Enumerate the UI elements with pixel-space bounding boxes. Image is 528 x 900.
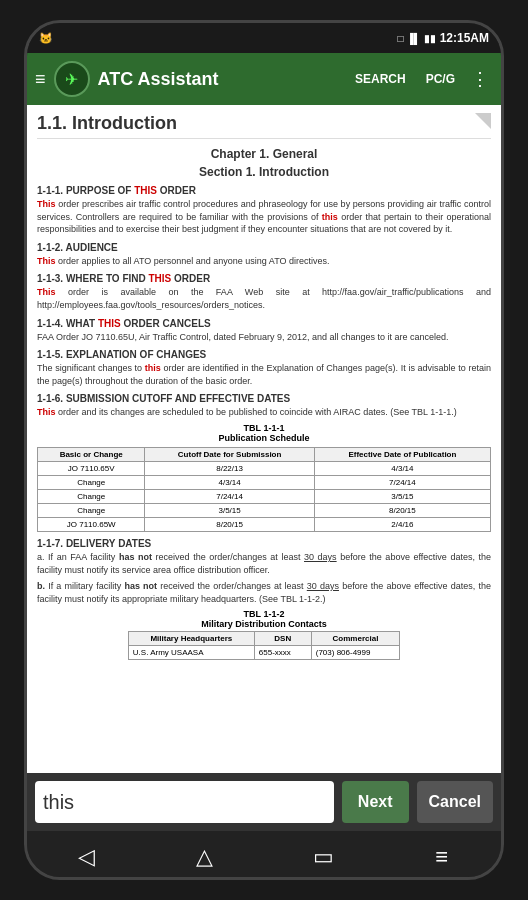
subsection-1-1-3-title: 1-1-3. WHERE TO FIND THIS ORDER (37, 273, 491, 284)
phone-frame: 🐱 □ ▐▌ ▮▮ 12:15AM ≡ ✈ ATC Assistant SEAR… (24, 20, 504, 880)
hamburger-menu-icon[interactable]: ≡ (35, 69, 46, 90)
section-title: 1.1. Introduction (37, 113, 491, 139)
publication-schedule-table: Basic or Change Cutoff Date for Submissi… (37, 447, 491, 532)
highlight-this-order: this (322, 212, 338, 222)
next-button[interactable]: Next (342, 781, 409, 823)
mil-col-commercial: Commercial (311, 632, 399, 646)
battery-icon: ▮▮ (424, 33, 436, 44)
home-button[interactable]: △ (175, 837, 235, 877)
highlight-this-1: THIS (134, 185, 157, 196)
subsection-1-1-4-title: 1-1-4. WHAT THIS ORDER CANCELS (37, 318, 491, 329)
pcg-button[interactable]: PC/G (418, 68, 463, 90)
app-title: ATC Assistant (98, 69, 339, 90)
highlight-this-4: This (37, 287, 56, 297)
subsection-1-1-1-body: This order prescribes air traffic contro… (37, 198, 491, 236)
wifi-icon: □ (397, 33, 403, 44)
search-button[interactable]: SEARCH (347, 68, 414, 90)
col-basic-change: Basic or Change (38, 447, 145, 461)
time-display: 12:15AM (440, 31, 489, 45)
highlight-this-3: THIS (149, 273, 172, 284)
table-row: Change 4/3/14 7/24/14 (38, 475, 491, 489)
app-logo: ✈ (54, 61, 90, 97)
toolbar: ≡ ✈ ATC Assistant SEARCH PC/G ⋮ (27, 53, 501, 105)
document-content: 1.1. Introduction Chapter 1. General Sec… (27, 105, 501, 773)
search-bar: Next Cancel (27, 773, 501, 831)
pub-table-title: TBL 1-1-1Publication Schedule (37, 423, 491, 443)
subsection-1-1-3-body: This order is available on the FAA Web s… (37, 286, 491, 311)
highlight-this-2: This (37, 256, 56, 266)
delivery-b-text: b. If a military facility has not receiv… (37, 580, 491, 605)
col-cutoff-date: Cutoff Date for Submission (145, 447, 314, 461)
mil-col-dsn: DSN (254, 632, 311, 646)
subsection-1-1-6-title: 1-1-6. SUBMISSION CUTOFF AND EFFECTIVE D… (37, 393, 491, 404)
subsection-1-1-6-body: This order and its changes are scheduled… (37, 406, 491, 419)
highlight-this-5: THIS (98, 318, 121, 329)
col-effective-date: Effective Date of Publication (314, 447, 490, 461)
mil-table-title: TBL 1-1-2Military Distribution Contacts (37, 609, 491, 629)
search-input[interactable] (43, 791, 326, 814)
table-row: Change 3/5/15 8/20/15 (38, 503, 491, 517)
signal-icon: ▐▌ (406, 33, 420, 44)
subsection-1-1-4-body: FAA Order JO 7110.65U, Air Traffic Contr… (37, 331, 491, 344)
military-distribution-table: Military Headquarters DSN Commercial U.S… (128, 631, 400, 660)
table-row: U.S. Army USAASA 655-xxxx (703) 806-4999 (128, 646, 399, 660)
subsection-1-1-7-title: 1-1-7. DELIVERY DATES (37, 538, 491, 549)
back-button[interactable]: ◁ (56, 837, 116, 877)
mil-col-hq: Military Headquarters (128, 632, 254, 646)
status-left: 🐱 (39, 32, 53, 45)
status-bar: 🐱 □ ▐▌ ▮▮ 12:15AM (27, 23, 501, 53)
search-input-container[interactable] (35, 781, 334, 823)
highlight-this-7: This (37, 407, 56, 417)
subsection-1-1-1-title: 1-1-1. PURPOSE OF THIS ORDER (37, 185, 491, 196)
chapter-heading: Chapter 1. General (37, 147, 491, 161)
delivery-a-text: a. If an FAA facility has not received t… (37, 551, 491, 576)
status-right: □ ▐▌ ▮▮ 12:15AM (397, 31, 489, 45)
nav-bar: ◁ △ ▭ ≡ (27, 831, 501, 880)
recent-apps-button[interactable]: ▭ (293, 837, 353, 877)
fold-indicator (475, 113, 491, 129)
table-row: Change 7/24/14 3/5/15 (38, 489, 491, 503)
toolbar-actions: SEARCH PC/G ⋮ (347, 64, 493, 94)
subsection-1-1-5-title: 1-1-5. EXPLANATION OF CHANGES (37, 349, 491, 360)
cancel-button[interactable]: Cancel (417, 781, 493, 823)
highlight-this-sentence: This (37, 199, 56, 209)
highlight-this-6: this (145, 363, 161, 373)
notification-icon: 🐱 (39, 32, 53, 45)
logo-icon: ✈ (65, 70, 78, 89)
overflow-menu-icon[interactable]: ⋮ (467, 64, 493, 94)
table-row: JO 7110.65W 8/20/15 2/4/16 (38, 517, 491, 531)
signal-icons: □ ▐▌ ▮▮ (397, 33, 435, 44)
section-heading: Section 1. Introduction (37, 165, 491, 179)
table-row: JO 7110.65V 8/22/13 4/3/14 (38, 461, 491, 475)
subsection-1-1-2-title: 1-1-2. AUDIENCE (37, 242, 491, 253)
subsection-1-1-2-body: This order applies to all ATO personnel … (37, 255, 491, 268)
subsection-1-1-5-body: The significant changes to this order ar… (37, 362, 491, 387)
menu-button[interactable]: ≡ (412, 837, 472, 877)
